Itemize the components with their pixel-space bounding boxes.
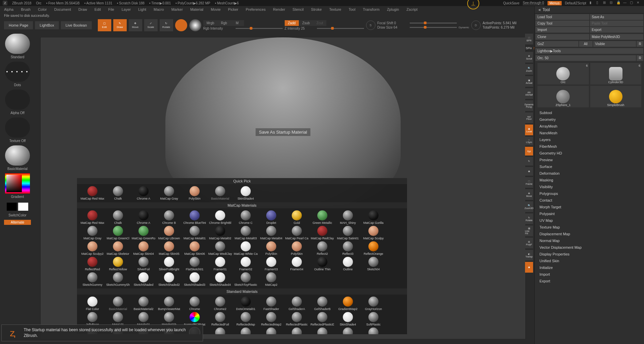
material-matcap-skeletor[interactable]: MatCap Skeletor: [105, 241, 131, 256]
circ-button[interactable]: ↻: [525, 157, 533, 166]
material-matcap-gorilla[interactable]: MatCap Gorilla: [361, 210, 386, 225]
material-gelshaderb[interactable]: GelShaderB: [310, 296, 335, 311]
material-sketchgummy[interactable]: SketchGummy: [80, 272, 105, 287]
linefill-button[interactable]: ▤Line Fill: [525, 226, 533, 236]
edit-button[interactable]: ▢Edit: [98, 19, 111, 31]
material-softplastic[interactable]: SoftPlastic: [361, 311, 386, 327]
menu-stroke[interactable]: Stroke: [311, 7, 322, 11]
section-masking[interactable]: Masking: [535, 177, 644, 183]
layout-icon[interactable]: ▮: [590, 1, 594, 5]
material-blank[interactable]: [361, 327, 386, 334]
material-matcap-sculpy[interactable]: MatCap Sculpy: [361, 225, 386, 241]
dynamic-persp-button[interactable]: DynamicPersp: [525, 100, 533, 111]
material-blank[interactable]: [284, 327, 310, 334]
import-button[interactable]: Import: [535, 27, 589, 33]
section-display-properties[interactable]: Display Properties: [535, 251, 644, 257]
z-intensity-slider[interactable]: [317, 28, 364, 29]
menu-layer[interactable]: Layer: [122, 7, 131, 11]
material-mah_shiny[interactable]: MAH_Shiny: [335, 210, 361, 225]
material-reflectorange[interactable]: ReflectOrange: [361, 241, 386, 256]
solo-button[interactable]: ◉: [525, 167, 533, 176]
section-displacement-map[interactable]: Displacement Map: [535, 231, 644, 237]
material-matcap-metal02[interactable]: MatCap Metal02: [207, 225, 233, 241]
move-view-button[interactable]: ✥Move: [525, 189, 533, 200]
material-chalk[interactable]: Chalk: [105, 185, 131, 201]
r2-button[interactable]: R: [637, 55, 643, 61]
goz-button[interactable]: GoZ: [535, 41, 578, 47]
lightbox-button[interactable]: LightBox: [35, 21, 59, 29]
material-framer04[interactable]: Framer04: [284, 256, 310, 272]
material-chalk[interactable]: Chalk: [105, 210, 131, 225]
zsub-tab[interactable]: Zsub: [299, 20, 313, 26]
section-vector-displacement-map[interactable]: Vector Displacement Map: [535, 244, 644, 251]
section-preview[interactable]: Preview: [535, 157, 644, 163]
section-contact[interactable]: Contact: [535, 197, 644, 204]
material-silverfoilbright[interactable]: SilverFoilBright: [156, 256, 182, 272]
menu-transform[interactable]: Transform: [363, 7, 379, 11]
section-uv-map[interactable]: UV Map: [535, 217, 644, 224]
default-zscript[interactable]: DefaultZScript: [565, 1, 586, 5]
section-normal-map[interactable]: Normal Map: [535, 237, 644, 244]
material-matcap-sculpy2[interactable]: MatCap Sculpy2: [80, 241, 105, 256]
material-matcap-skin04[interactable]: MatCap Skin04: [131, 241, 156, 256]
make-polymesh-button[interactable]: Make PolyMesh3D: [590, 34, 644, 40]
material-matcap-greenro[interactable]: MatCap GreenRo: [131, 225, 156, 241]
material-sketchshaded2[interactable]: SketchShaded2: [156, 272, 182, 287]
material-dotsometal01[interactable]: DotsOmetal01: [233, 296, 258, 311]
layout4-icon[interactable]: ⊟: [610, 1, 614, 5]
material-framer02[interactable]: Framer02: [233, 256, 258, 272]
material-blank[interactable]: [258, 327, 284, 334]
material-matcap-wedclay[interactable]: MatCap WedClay: [207, 241, 233, 256]
lock-icon[interactable]: 🔒: [616, 1, 621, 5]
material-reflectedmap[interactable]: ReflectedMap: [233, 311, 258, 327]
close-icon[interactable]: ✕: [637, 1, 641, 5]
stroke-preview[interactable]: • • • • •: [5, 62, 30, 82]
material-chrome-a[interactable]: Chrome A: [131, 210, 156, 225]
material-matcap-redclay[interactable]: MatCap RedClay: [310, 225, 335, 241]
material-droplet[interactable]: Droplet: [258, 210, 284, 225]
material-framer03[interactable]: Framer03: [258, 256, 284, 272]
section-geometry[interactable]: Geometry: [535, 116, 644, 123]
material-matcap-greencl[interactable]: MatCap GreenCl: [105, 225, 131, 241]
material-matcap-pearl-ca[interactable]: MatCap Pearl Ca: [284, 225, 310, 241]
scroll-button[interactable]: ✥Scroll: [525, 52, 533, 63]
save-as-button[interactable]: Save As: [590, 14, 644, 20]
color-main-swatch[interactable]: [7, 203, 17, 211]
material-preview[interactable]: [5, 145, 30, 166]
texture-preview[interactable]: [5, 117, 30, 138]
material-reflect3[interactable]: Reflect3: [335, 241, 361, 256]
section-initialize[interactable]: Initialize: [535, 264, 644, 271]
section-texture-map[interactable]: Texture Map: [535, 224, 644, 231]
layout2-icon[interactable]: ▯: [596, 1, 601, 5]
menu-tool[interactable]: Tool: [349, 7, 355, 11]
d-dial-icon[interactable]: D: [471, 21, 481, 30]
menu-document[interactable]: Document: [54, 7, 71, 11]
material-chrome[interactable]: Chrome: [182, 296, 207, 311]
section-morph-target[interactable]: Morph Target: [535, 204, 644, 210]
see-through-slider[interactable]: See-through 0: [523, 1, 544, 5]
lightbox-tools-button[interactable]: Lightbox▶Tools: [535, 48, 643, 54]
material-gold[interactable]: Gold: [284, 210, 310, 225]
menus-button[interactable]: Menus: [548, 1, 562, 5]
material-chrome-brightbl[interactable]: Chrome BrightBl: [207, 210, 233, 225]
material-sketchshaded3[interactable]: SketchShaded3: [182, 272, 207, 287]
color-secondary-swatch[interactable]: [18, 203, 28, 211]
material-flat-color[interactable]: Flat Color: [80, 296, 105, 311]
paste-tool-button[interactable]: Paste Tool: [590, 21, 644, 26]
section-layers[interactable]: Layers: [535, 136, 644, 143]
section-fibermesh[interactable]: FiberMesh: [535, 143, 644, 150]
section-subtool[interactable]: Subtool: [535, 109, 644, 116]
section-polygroups[interactable]: Polygroups: [535, 190, 644, 197]
menu-picker[interactable]: Picker: [228, 7, 238, 11]
material-blank[interactable]: [310, 327, 335, 334]
copy-tool-button[interactable]: Copy Tool: [535, 21, 589, 26]
layout3-icon[interactable]: ⊞: [603, 1, 608, 5]
material-matcap-gray[interactable]: MatCap Gray: [80, 225, 105, 241]
draw-button[interactable]: ✎Draw: [113, 19, 127, 31]
material-matcap-lbrown[interactable]: MatCap LBrown: [156, 225, 182, 241]
material-matcap-satin01[interactable]: MatCap Satin01: [335, 225, 361, 241]
menu-texture[interactable]: Texture: [329, 7, 341, 11]
viewport[interactable]: Save As Startup Material Quick Pick MatC…: [40, 37, 526, 339]
material-outline-thin[interactable]: Outline Thin: [310, 256, 335, 272]
m-tab[interactable]: M: [231, 20, 244, 26]
